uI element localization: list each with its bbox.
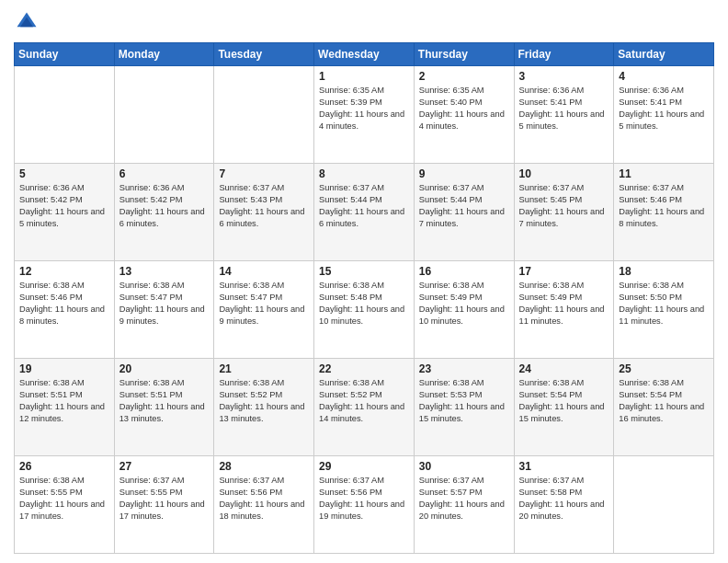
cell-info: Sunset: 5:50 PM — [619, 292, 709, 304]
calendar-header: SundayMondayTuesdayWednesdayThursdayFrid… — [15, 43, 714, 66]
calendar-cell: 19Sunrise: 6:38 AMSunset: 5:51 PMDayligh… — [15, 359, 115, 456]
day-number: 17 — [519, 265, 609, 278]
day-number: 23 — [419, 362, 509, 375]
cell-info: Sunrise: 6:37 AM — [419, 475, 509, 487]
cell-info: Daylight: 11 hours and 4 minutes. — [319, 109, 409, 132]
cell-info: Daylight: 11 hours and 8 minutes. — [619, 206, 709, 230]
day-number: 10 — [519, 167, 609, 180]
day-number: 22 — [319, 362, 409, 375]
day-number: 20 — [119, 362, 210, 375]
cell-info: Sunset: 5:41 PM — [619, 97, 709, 109]
cell-info: Sunset: 5:56 PM — [219, 487, 309, 499]
calendar-cell: 24Sunrise: 6:38 AMSunset: 5:54 PMDayligh… — [514, 359, 614, 456]
logo — [14, 9, 43, 35]
cell-info: Sunrise: 6:35 AM — [319, 85, 409, 97]
calendar-cell: 15Sunrise: 6:38 AMSunset: 5:48 PMDayligh… — [314, 261, 415, 359]
cell-info: Daylight: 11 hours and 15 minutes. — [419, 401, 509, 425]
cell-info: Daylight: 11 hours and 13 minutes. — [119, 401, 210, 425]
cell-info: Daylight: 11 hours and 12 minutes. — [19, 401, 109, 425]
calendar-cell: 22Sunrise: 6:38 AMSunset: 5:52 PMDayligh… — [314, 359, 415, 456]
calendar-cell: 30Sunrise: 6:37 AMSunset: 5:57 PMDayligh… — [414, 456, 514, 554]
cell-info: Sunrise: 6:37 AM — [419, 182, 509, 194]
cell-info: Daylight: 11 hours and 20 minutes. — [419, 499, 509, 523]
calendar-cell: 27Sunrise: 6:37 AMSunset: 5:55 PMDayligh… — [114, 456, 214, 554]
calendar-cell: 6Sunrise: 6:36 AMSunset: 5:42 PMDaylight… — [114, 164, 214, 261]
cell-info: Daylight: 11 hours and 17 minutes. — [119, 499, 210, 523]
cell-info: Sunrise: 6:38 AM — [619, 280, 709, 292]
cell-info: Sunrise: 6:38 AM — [419, 377, 509, 389]
cell-info: Sunrise: 6:36 AM — [519, 85, 609, 97]
calendar-cell: 11Sunrise: 6:37 AMSunset: 5:46 PMDayligh… — [614, 164, 714, 261]
calendar-cell: 29Sunrise: 6:37 AMSunset: 5:56 PMDayligh… — [314, 456, 415, 554]
cell-info: Daylight: 11 hours and 7 minutes. — [419, 206, 509, 230]
cell-info: Daylight: 11 hours and 5 minutes. — [619, 109, 709, 132]
cell-info: Daylight: 11 hours and 8 minutes. — [19, 304, 109, 327]
calendar-cell: 9Sunrise: 6:37 AMSunset: 5:44 PMDaylight… — [414, 164, 514, 261]
cell-info: Sunrise: 6:38 AM — [419, 280, 509, 292]
calendar-cell: 20Sunrise: 6:38 AMSunset: 5:51 PMDayligh… — [114, 359, 214, 456]
cell-info: Daylight: 11 hours and 10 minutes. — [319, 304, 409, 327]
cell-info: Daylight: 11 hours and 14 minutes. — [319, 401, 409, 425]
calendar-week-2: 5Sunrise: 6:36 AMSunset: 5:42 PMDaylight… — [15, 164, 714, 261]
cell-info: Daylight: 11 hours and 10 minutes. — [419, 304, 509, 327]
calendar-week-1: 1Sunrise: 6:35 AMSunset: 5:39 PMDaylight… — [15, 66, 714, 164]
cell-info: Sunset: 5:43 PM — [219, 194, 309, 206]
weekday-header-saturday: Saturday — [614, 43, 714, 66]
day-number: 27 — [119, 460, 210, 473]
cell-info: Sunset: 5:49 PM — [419, 292, 509, 304]
cell-info: Daylight: 11 hours and 17 minutes. — [19, 499, 109, 523]
weekday-header-thursday: Thursday — [414, 43, 514, 66]
cell-info: Daylight: 11 hours and 13 minutes. — [219, 401, 309, 425]
cell-info: Daylight: 11 hours and 6 minutes. — [219, 206, 309, 230]
cell-info: Sunrise: 6:38 AM — [619, 377, 709, 389]
cell-info: Daylight: 11 hours and 4 minutes. — [419, 109, 509, 132]
day-number: 18 — [619, 265, 709, 278]
cell-info: Daylight: 11 hours and 19 minutes. — [319, 499, 409, 523]
calendar-cell: 5Sunrise: 6:36 AMSunset: 5:42 PMDaylight… — [15, 164, 115, 261]
day-number: 25 — [619, 362, 709, 375]
day-number: 19 — [19, 362, 109, 375]
cell-info: Sunrise: 6:38 AM — [219, 377, 309, 389]
cell-info: Sunrise: 6:38 AM — [319, 280, 409, 292]
cell-info: Sunrise: 6:38 AM — [519, 280, 609, 292]
cell-info: Sunrise: 6:35 AM — [419, 85, 509, 97]
logo-icon — [14, 9, 40, 35]
calendar-cell — [114, 66, 214, 164]
cell-info: Sunset: 5:54 PM — [519, 389, 609, 401]
cell-info: Daylight: 11 hours and 20 minutes. — [519, 499, 609, 523]
cell-info: Sunrise: 6:36 AM — [119, 182, 210, 194]
cell-info: Sunrise: 6:37 AM — [319, 475, 409, 487]
cell-info: Daylight: 11 hours and 15 minutes. — [519, 401, 609, 425]
calendar-cell: 4Sunrise: 6:36 AMSunset: 5:41 PMDaylight… — [614, 66, 714, 164]
cell-info: Sunset: 5:42 PM — [119, 194, 210, 206]
cell-info: Daylight: 11 hours and 9 minutes. — [119, 304, 210, 327]
calendar-cell: 3Sunrise: 6:36 AMSunset: 5:41 PMDaylight… — [514, 66, 614, 164]
cell-info: Daylight: 11 hours and 5 minutes. — [19, 206, 109, 230]
day-number: 11 — [619, 167, 709, 180]
cell-info: Sunset: 5:48 PM — [319, 292, 409, 304]
cell-info: Sunset: 5:57 PM — [419, 487, 509, 499]
calendar-cell: 21Sunrise: 6:38 AMSunset: 5:52 PMDayligh… — [214, 359, 314, 456]
day-number: 26 — [19, 460, 109, 473]
cell-info: Daylight: 11 hours and 7 minutes. — [519, 206, 609, 230]
calendar-cell: 14Sunrise: 6:38 AMSunset: 5:47 PMDayligh… — [214, 261, 314, 359]
cell-info: Daylight: 11 hours and 5 minutes. — [519, 109, 609, 132]
day-number: 7 — [219, 167, 309, 180]
calendar-week-3: 12Sunrise: 6:38 AMSunset: 5:46 PMDayligh… — [15, 261, 714, 359]
cell-info: Sunset: 5:51 PM — [19, 389, 109, 401]
cell-info: Sunset: 5:46 PM — [19, 292, 109, 304]
cell-info: Sunrise: 6:37 AM — [319, 182, 409, 194]
day-number: 30 — [419, 460, 509, 473]
cell-info: Daylight: 11 hours and 6 minutes. — [319, 206, 409, 230]
calendar-cell: 25Sunrise: 6:38 AMSunset: 5:54 PMDayligh… — [614, 359, 714, 456]
cell-info: Sunrise: 6:38 AM — [119, 377, 210, 389]
calendar-cell: 2Sunrise: 6:35 AMSunset: 5:40 PMDaylight… — [414, 66, 514, 164]
day-number: 13 — [119, 265, 210, 278]
calendar-cell — [614, 456, 714, 554]
calendar-cell: 31Sunrise: 6:37 AMSunset: 5:58 PMDayligh… — [514, 456, 614, 554]
cell-info: Sunrise: 6:37 AM — [219, 182, 309, 194]
calendar-table: SundayMondayTuesdayWednesdayThursdayFrid… — [14, 42, 714, 554]
calendar-cell: 10Sunrise: 6:37 AMSunset: 5:45 PMDayligh… — [514, 164, 614, 261]
cell-info: Daylight: 11 hours and 9 minutes. — [219, 304, 309, 327]
cell-info: Sunrise: 6:36 AM — [19, 182, 109, 194]
